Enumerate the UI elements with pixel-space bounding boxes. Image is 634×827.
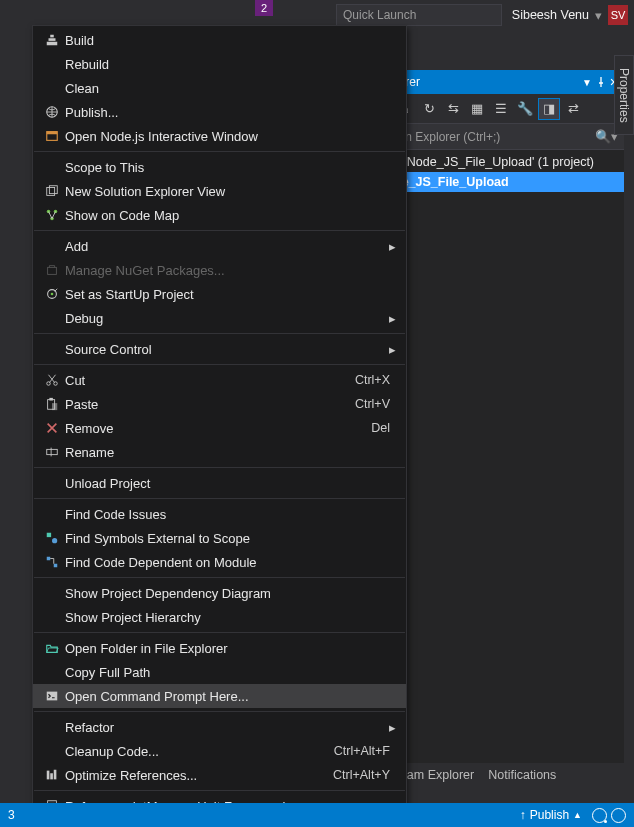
menu-label: Copy Full Path xyxy=(65,665,400,680)
menu-label: Clean xyxy=(65,81,400,96)
menu-item[interactable]: Rebuild xyxy=(33,52,406,76)
svg-rect-18 xyxy=(52,403,57,410)
menu-item[interactable]: Publish... xyxy=(33,100,406,124)
quick-launch-input[interactable]: Quick Launch xyxy=(336,4,502,26)
chevron-up-icon: ▲ xyxy=(573,810,582,820)
menu-label: Cut xyxy=(65,373,355,388)
solution-node[interactable]: n 'Node_JS_File_Upload' (1 project) xyxy=(390,152,624,172)
status-bar: 3 ↑ Publish ▲ xyxy=(0,803,634,827)
menu-item[interactable]: Find Symbols External to Scope xyxy=(33,526,406,550)
menu-label: Find Symbols External to Scope xyxy=(65,531,400,546)
menu-label: Open Folder in File Explorer xyxy=(65,641,400,656)
menu-separator xyxy=(34,577,405,578)
user-area[interactable]: Sibeesh Venu ▾ SV xyxy=(512,5,628,25)
menu-label: Find Code Issues xyxy=(65,507,400,522)
menu-label: Remove xyxy=(65,421,371,436)
dropdown-icon[interactable]: ▼ xyxy=(582,77,592,88)
wrench-icon[interactable]: 🔧 xyxy=(514,98,536,120)
menu-item[interactable]: Copy Full Path xyxy=(33,660,406,684)
user-badge: SV xyxy=(608,5,628,25)
menu-item[interactable]: Refactor▸ xyxy=(33,715,406,739)
svg-point-13 xyxy=(51,293,54,296)
paste-icon xyxy=(39,395,65,413)
menu-label: Debug xyxy=(65,311,389,326)
menu-item: Manage NuGet Packages... xyxy=(33,258,406,282)
preview-icon[interactable]: ◨ xyxy=(538,98,560,120)
menu-label: Rename xyxy=(65,445,400,460)
svg-rect-2 xyxy=(50,35,54,38)
svg-rect-27 xyxy=(54,770,57,780)
menu-label: Source Control xyxy=(65,342,389,357)
show-all-icon[interactable]: ▦ xyxy=(466,98,488,120)
menu-item[interactable]: CutCtrl+X xyxy=(33,368,406,392)
search-placeholder: ion Explorer (Ctrl+;) xyxy=(396,130,500,144)
menu-item[interactable]: Find Code Issues xyxy=(33,502,406,526)
tab-notifications[interactable]: Notifications xyxy=(488,768,556,782)
menu-item[interactable]: Cleanup Code...Ctrl+Alt+F xyxy=(33,739,406,763)
no-icon xyxy=(39,55,65,73)
no-icon xyxy=(39,505,65,523)
menu-separator xyxy=(34,632,405,633)
codemap-icon xyxy=(39,206,65,224)
panel-title-bar[interactable]: lorer ▼ × xyxy=(390,70,624,94)
menu-item[interactable]: Source Control▸ xyxy=(33,337,406,361)
menu-item[interactable]: RemoveDel xyxy=(33,416,406,440)
solution-label: n 'Node_JS_File_Upload' (1 project) xyxy=(394,155,594,169)
menu-label: Build xyxy=(65,33,400,48)
svg-rect-23 xyxy=(54,564,58,568)
publish-button[interactable]: ↑ Publish ▲ xyxy=(520,808,582,822)
menu-item[interactable]: Optimize References...Ctrl+Alt+Y xyxy=(33,763,406,787)
menu-item[interactable]: Show Project Hierarchy xyxy=(33,605,406,629)
no-icon xyxy=(39,158,65,176)
no-icon xyxy=(39,79,65,97)
menu-item[interactable]: Build xyxy=(33,28,406,52)
menu-label: Set as StartUp Project xyxy=(65,287,400,302)
menu-item[interactable]: Open Folder in File Explorer xyxy=(33,636,406,660)
refresh-icon[interactable]: ↻ xyxy=(418,98,440,120)
user-name: Sibeesh Venu xyxy=(512,8,589,22)
menu-item[interactable]: New Solution Explorer View xyxy=(33,179,406,203)
menu-item[interactable]: Debug▸ xyxy=(33,306,406,330)
collapse-icon[interactable]: ⇆ xyxy=(442,98,464,120)
svg-rect-22 xyxy=(47,557,51,561)
panel-search-input[interactable]: ion Explorer (Ctrl+;) 🔍▾ xyxy=(390,124,624,150)
menu-shortcut: Ctrl+Alt+Y xyxy=(333,768,400,782)
pin-icon[interactable] xyxy=(596,77,606,87)
svg-rect-7 xyxy=(49,186,57,194)
no-icon xyxy=(39,608,65,626)
build-icon xyxy=(39,31,65,49)
project-node[interactable]: de_JS_File_Upload xyxy=(390,172,624,192)
no-icon xyxy=(39,340,65,358)
svg-rect-1 xyxy=(49,38,56,41)
menu-label: Show on Code Map xyxy=(65,208,400,223)
new-view-icon xyxy=(39,182,65,200)
menu-label: Find Code Dependent on Module xyxy=(65,555,400,570)
menu-label: Cleanup Code... xyxy=(65,744,334,759)
svg-point-21 xyxy=(52,538,57,543)
properties-side-tab[interactable]: Properties xyxy=(614,55,634,135)
sync-icon[interactable]: ⇄ xyxy=(562,98,584,120)
menu-label: Show Project Dependency Diagram xyxy=(65,586,400,601)
menu-item[interactable]: Show on Code Map xyxy=(33,203,406,227)
menu-item[interactable]: Clean xyxy=(33,76,406,100)
menu-item[interactable]: Open Node.js Interactive Window xyxy=(33,124,406,148)
project-label: de_JS_File_Upload xyxy=(394,175,509,189)
menu-item[interactable]: Rename xyxy=(33,440,406,464)
notifications-icon[interactable] xyxy=(611,808,626,823)
feedback-icon[interactable] xyxy=(592,808,607,823)
menu-item[interactable]: Open Command Prompt Here... xyxy=(33,684,406,708)
menu-separator xyxy=(34,498,405,499)
menu-item[interactable]: Unload Project xyxy=(33,471,406,495)
menu-item[interactable]: PasteCtrl+V xyxy=(33,392,406,416)
menu-item[interactable]: Add▸ xyxy=(33,234,406,258)
svg-rect-19 xyxy=(47,449,58,454)
menu-item[interactable]: Find Code Dependent on Module xyxy=(33,550,406,574)
properties-icon[interactable]: ☰ xyxy=(490,98,512,120)
menu-item[interactable]: Show Project Dependency Diagram xyxy=(33,581,406,605)
notification-flag[interactable]: 2 xyxy=(255,0,273,16)
svg-rect-24 xyxy=(47,692,58,701)
no-icon xyxy=(39,474,65,492)
menu-label: Scope to This xyxy=(65,160,400,175)
menu-item[interactable]: Scope to This xyxy=(33,155,406,179)
menu-item[interactable]: Set as StartUp Project xyxy=(33,282,406,306)
